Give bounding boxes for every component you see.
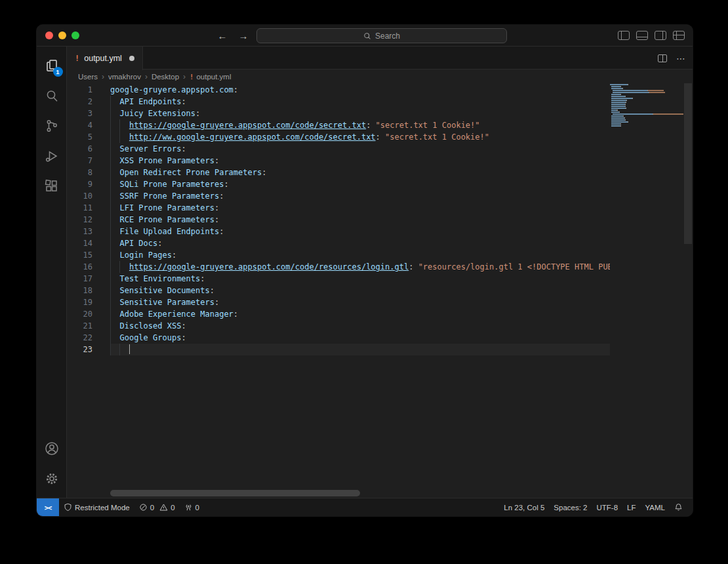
shield-icon [64, 503, 72, 512]
breadcrumb-vmakhrov[interactable]: vmakhrov [108, 73, 141, 81]
breadcrumb-file[interactable]: output.yml [196, 73, 231, 81]
tab-label: output.yml [84, 54, 122, 63]
sidebar-item-explorer[interactable]: 1 [37, 50, 67, 81]
ports-count: 0 [195, 504, 199, 512]
error-count: 0 [150, 504, 154, 512]
editor[interactable]: 1234567891011121314151617181920212223 go… [67, 83, 693, 498]
ports-button[interactable]: 0 [180, 498, 204, 516]
language-mode-button[interactable]: YAML [641, 504, 670, 512]
maximize-window-button[interactable] [71, 31, 79, 39]
search-icon [363, 32, 371, 40]
extensions-icon [44, 178, 60, 194]
tab-output-yml[interactable]: ! output.yml [67, 47, 143, 70]
sidebar-item-search[interactable] [37, 81, 67, 111]
error-icon [139, 503, 148, 512]
sidebar-item-run-debug[interactable] [37, 141, 67, 171]
breadcrumb: Users › vmakhrov › Desktop › ! output.ym… [67, 70, 693, 83]
vscode-window: ← → Search 1 [36, 24, 693, 517]
status-bar: >< Restricted Mode 0 0 0 Ln 23, Col 5 Sp… [37, 498, 693, 516]
problems-button[interactable]: 0 0 [134, 498, 180, 516]
search-icon [44, 88, 60, 104]
accounts-button[interactable] [37, 433, 67, 464]
sidebar-item-source-control[interactable] [37, 111, 67, 141]
tab-bar: ! output.yml ⋯ [67, 47, 693, 70]
customize-layout-icon[interactable] [673, 31, 685, 40]
toggle-primary-sidebar-icon[interactable] [618, 31, 630, 40]
chevron-right-icon: › [182, 72, 187, 81]
code-lines[interactable]: google-gruyere.appspot.com: API Endpoint… [110, 83, 610, 498]
search-label: Search [375, 31, 400, 41]
traffic-lights [37, 31, 79, 39]
gutter: 1234567891011121314151617181920212223 [67, 83, 110, 498]
indentation-button[interactable]: Spaces: 2 [549, 504, 592, 512]
vertical-scrollbar[interactable] [684, 83, 692, 244]
account-icon [44, 441, 60, 456]
yaml-file-icon: ! [75, 54, 79, 63]
breadcrumb-desktop[interactable]: Desktop [152, 73, 179, 81]
run-debug-icon [44, 148, 60, 164]
navigate-forward-button[interactable]: → [236, 28, 251, 43]
minimap[interactable] [610, 84, 683, 498]
chevron-right-icon: › [100, 72, 106, 81]
encoding-button[interactable]: UTF-8 [592, 504, 623, 512]
toggle-secondary-sidebar-icon[interactable] [655, 31, 666, 40]
restricted-mode-label: Restricted Mode [75, 504, 130, 512]
gear-icon [44, 471, 60, 487]
command-center-search[interactable]: Search [256, 28, 507, 43]
close-window-button[interactable] [45, 31, 53, 39]
minimize-window-button[interactable] [58, 31, 66, 39]
restricted-mode-button[interactable]: Restricted Mode [59, 498, 134, 516]
unsaved-changes-dot[interactable] [129, 56, 134, 61]
more-actions-icon[interactable]: ⋯ [676, 53, 686, 64]
chevron-right-icon: › [144, 72, 149, 81]
horizontal-scrollbar[interactable] [110, 490, 360, 496]
split-editor-icon[interactable] [658, 54, 667, 62]
cursor-position-button[interactable]: Ln 23, Col 5 [499, 504, 549, 512]
navigate-back-button[interactable]: ← [215, 28, 230, 43]
toggle-panel-icon[interactable] [636, 31, 648, 40]
explorer-badge: 1 [53, 67, 63, 77]
bell-icon [674, 503, 683, 512]
warning-icon [159, 503, 168, 512]
title-bar: ← → Search [37, 25, 693, 47]
sidebar-item-extensions[interactable] [37, 171, 67, 201]
yaml-file-icon: ! [190, 73, 193, 81]
radio-tower-icon [184, 503, 193, 512]
remote-indicator[interactable]: >< [37, 498, 59, 516]
settings-button[interactable] [37, 464, 67, 494]
eol-button[interactable]: LF [622, 504, 640, 512]
notifications-button[interactable] [670, 503, 687, 512]
source-control-icon [44, 118, 60, 134]
warning-count: 0 [171, 504, 174, 512]
breadcrumb-users[interactable]: Users [78, 73, 98, 81]
minimap-content [610, 84, 683, 129]
activity-bar: 1 [37, 47, 67, 498]
